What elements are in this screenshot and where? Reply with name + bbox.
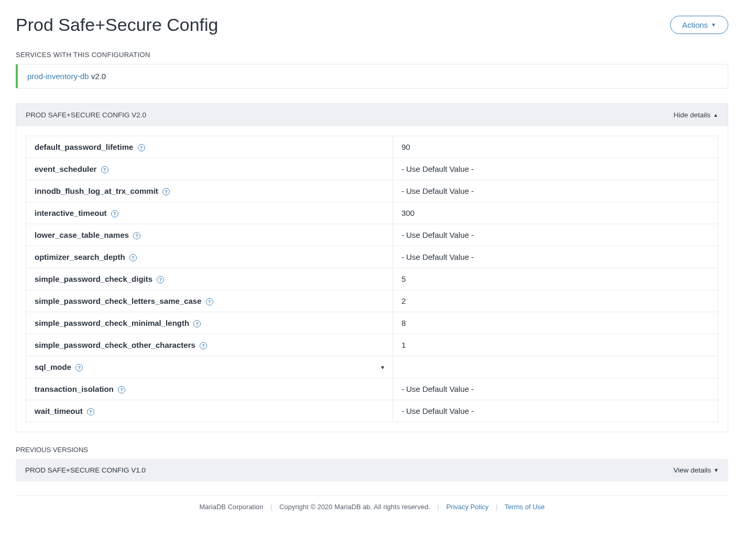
service-link[interactable]: prod-inventory-db — [27, 72, 89, 81]
config-value-cell: - Use Default Value - — [393, 180, 718, 202]
config-value-cell: 2 — [393, 290, 718, 312]
config-key-cell: event_scheduler ? — [26, 158, 393, 180]
footer-company: MariaDB Corporation — [199, 503, 263, 511]
previous-version-title: PROD SAFE+SECURE CONFIG V1.0 — [25, 466, 146, 474]
table-row: sql_mode ?▼ — [26, 356, 718, 378]
actions-button-label: Actions — [682, 20, 708, 29]
config-key: interactive_timeout — [35, 208, 107, 217]
config-key: simple_password_check_letters_same_case — [35, 297, 202, 305]
config-value-cell: 8 — [393, 312, 718, 334]
page-footer: MariaDB Corporation | Copyright © 2020 M… — [16, 495, 728, 511]
help-icon[interactable]: ? — [206, 298, 213, 305]
help-icon[interactable]: ? — [138, 144, 145, 151]
table-row: wait_timeout ?- Use Default Value - — [26, 400, 718, 422]
config-key: event_scheduler — [35, 164, 96, 173]
help-icon[interactable]: ? — [157, 276, 164, 283]
previous-versions-label: PREVIOUS VERSIONS — [16, 446, 728, 454]
hide-details-toggle[interactable]: Hide details ▲ — [674, 111, 718, 119]
help-icon[interactable]: ? — [118, 386, 125, 393]
config-key: simple_password_check_other_characters — [35, 341, 195, 349]
view-details-toggle[interactable]: View details ▼ — [673, 466, 719, 474]
table-row: transaction_isolation ?- Use Default Val… — [26, 378, 718, 400]
config-panel-header: PROD SAFE+SECURE CONFIG V2.0 Hide detail… — [16, 104, 728, 126]
config-value-cell: - Use Default Value - — [393, 158, 718, 180]
config-value-cell: - Use Default Value - — [393, 400, 718, 422]
table-row: simple_password_check_letters_same_case … — [26, 290, 718, 312]
config-key-cell: default_password_lifetime ? — [26, 136, 393, 158]
config-key-cell: simple_password_check_digits ? — [26, 268, 393, 290]
help-icon[interactable]: ? — [133, 232, 140, 239]
config-key-cell: lower_case_table_names ? — [26, 224, 393, 246]
config-key-cell: innodb_flush_log_at_trx_commit ? — [26, 180, 393, 202]
config-value-cell: 1 — [393, 334, 718, 356]
config-key: simple_password_check_digits — [35, 274, 152, 283]
caret-down-icon: ▼ — [714, 467, 719, 473]
config-key: sql_mode — [35, 363, 71, 371]
help-icon[interactable]: ? — [200, 342, 207, 349]
config-key-cell: wait_timeout ? — [26, 400, 393, 422]
config-key: default_password_lifetime — [35, 142, 133, 151]
table-row: event_scheduler ?- Use Default Value - — [26, 158, 718, 180]
table-row: interactive_timeout ?300 — [26, 202, 718, 224]
services-section-label: SERVICES WITH THIS CONFIGURATION — [16, 51, 728, 59]
config-key-cell: simple_password_check_minimal_length ? — [26, 312, 393, 334]
config-value-cell — [393, 356, 718, 378]
config-value-cell: 90 — [393, 136, 718, 158]
footer-copyright: Copyright © 2020 MariaDB ab. All rights … — [279, 503, 430, 511]
table-row: default_password_lifetime ?90 — [26, 136, 718, 158]
config-value-cell: - Use Default Value - — [393, 378, 718, 400]
config-key: optimizer_search_depth — [35, 252, 125, 261]
help-icon[interactable]: ? — [162, 188, 170, 195]
config-key-cell: simple_password_check_letters_same_case … — [26, 290, 393, 312]
table-row: lower_case_table_names ?- Use Default Va… — [26, 224, 718, 246]
config-value-cell: 5 — [393, 268, 718, 290]
config-key: transaction_isolation — [35, 385, 114, 393]
table-row: optimizer_search_depth ?- Use Default Va… — [26, 246, 718, 268]
config-key-cell: transaction_isolation ? — [26, 378, 393, 400]
caret-down-icon: ▼ — [711, 22, 716, 28]
privacy-policy-link[interactable]: Privacy Policy — [446, 503, 489, 511]
config-key: simple_password_check_minimal_length — [35, 319, 189, 327]
table-row: simple_password_check_minimal_length ?8 — [26, 312, 718, 334]
config-key-cell: sql_mode ?▼ — [26, 356, 393, 378]
help-icon[interactable]: ? — [87, 408, 94, 415]
help-icon[interactable]: ? — [101, 166, 108, 173]
config-value-cell: - Use Default Value - — [393, 246, 718, 268]
config-panel-body: default_password_lifetime ?90event_sched… — [16, 126, 728, 432]
table-row: innodb_flush_log_at_trx_commit ?- Use De… — [26, 180, 718, 202]
config-panel: PROD SAFE+SECURE CONFIG V2.0 Hide detail… — [16, 103, 728, 432]
terms-of-use-link[interactable]: Terms of Use — [505, 503, 545, 511]
page-title: Prod Safe+Secure Config — [16, 15, 218, 35]
config-key-cell: simple_password_check_other_characters ? — [26, 334, 393, 356]
table-row: simple_password_check_digits ?5 — [26, 268, 718, 290]
config-panel-title: PROD SAFE+SECURE CONFIG V2.0 — [26, 111, 146, 119]
help-icon[interactable]: ? — [129, 254, 137, 261]
config-value-cell: - Use Default Value - — [393, 224, 718, 246]
caret-up-icon: ▲ — [713, 112, 718, 118]
config-key: wait_timeout — [35, 407, 83, 415]
hide-details-label: Hide details — [674, 111, 711, 119]
help-icon[interactable]: ? — [111, 210, 118, 217]
config-key: innodb_flush_log_at_trx_commit — [35, 186, 158, 195]
table-row: simple_password_check_other_characters ?… — [26, 334, 718, 356]
help-icon[interactable]: ? — [75, 364, 83, 371]
config-table: default_password_lifetime ?90event_sched… — [26, 136, 718, 422]
actions-button[interactable]: Actions ▼ — [670, 16, 728, 34]
service-version-text: v2.0 — [91, 72, 106, 81]
config-key-cell: optimizer_search_depth ? — [26, 246, 393, 268]
view-details-label: View details — [673, 466, 711, 474]
caret-down-icon[interactable]: ▼ — [380, 364, 385, 370]
config-key-cell: interactive_timeout ? — [26, 202, 393, 224]
config-key: lower_case_table_names — [35, 230, 129, 239]
previous-version-panel: PROD SAFE+SECURE CONFIG V1.0 View detail… — [16, 459, 728, 481]
help-icon[interactable]: ? — [193, 320, 201, 327]
service-card: prod-inventory-db v2.0 — [16, 64, 728, 89]
config-value-cell: 300 — [393, 202, 718, 224]
